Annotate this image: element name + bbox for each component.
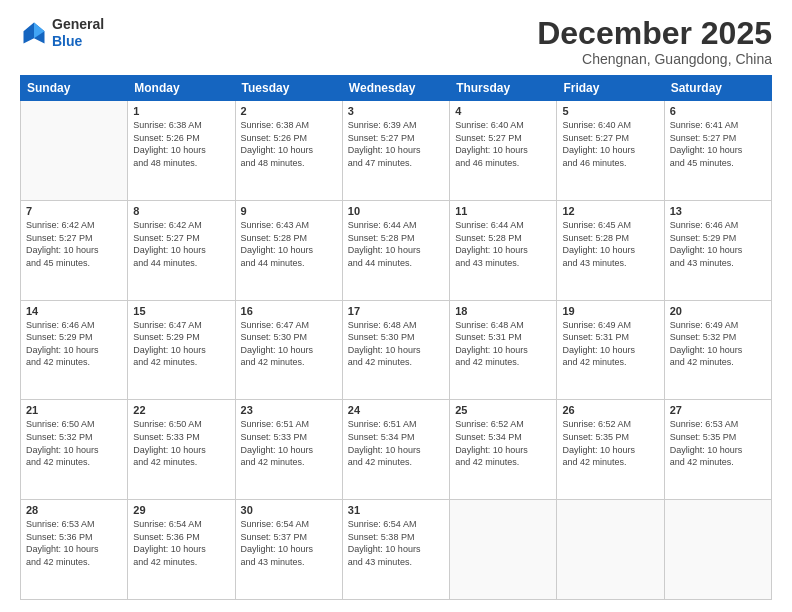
week-row-4: 21Sunrise: 6:50 AM Sunset: 5:32 PM Dayli… bbox=[21, 400, 772, 500]
day-number: 31 bbox=[348, 504, 444, 516]
header: General Blue December 2025 Chengnan, Gua… bbox=[20, 16, 772, 67]
calendar-cell bbox=[450, 500, 557, 600]
day-number: 9 bbox=[241, 205, 337, 217]
day-number: 18 bbox=[455, 305, 551, 317]
day-info: Sunrise: 6:53 AM Sunset: 5:36 PM Dayligh… bbox=[26, 518, 122, 568]
day-number: 28 bbox=[26, 504, 122, 516]
day-info: Sunrise: 6:52 AM Sunset: 5:35 PM Dayligh… bbox=[562, 418, 658, 468]
calendar-cell: 5Sunrise: 6:40 AM Sunset: 5:27 PM Daylig… bbox=[557, 101, 664, 201]
logo-icon bbox=[20, 19, 48, 47]
weekday-header-sunday: Sunday bbox=[21, 76, 128, 101]
day-number: 1 bbox=[133, 105, 229, 117]
calendar-cell: 1Sunrise: 6:38 AM Sunset: 5:26 PM Daylig… bbox=[128, 101, 235, 201]
day-number: 29 bbox=[133, 504, 229, 516]
day-info: Sunrise: 6:51 AM Sunset: 5:34 PM Dayligh… bbox=[348, 418, 444, 468]
day-number: 15 bbox=[133, 305, 229, 317]
calendar-cell: 23Sunrise: 6:51 AM Sunset: 5:33 PM Dayli… bbox=[235, 400, 342, 500]
day-info: Sunrise: 6:44 AM Sunset: 5:28 PM Dayligh… bbox=[455, 219, 551, 269]
day-info: Sunrise: 6:42 AM Sunset: 5:27 PM Dayligh… bbox=[26, 219, 122, 269]
day-info: Sunrise: 6:54 AM Sunset: 5:37 PM Dayligh… bbox=[241, 518, 337, 568]
weekday-header-tuesday: Tuesday bbox=[235, 76, 342, 101]
month-title: December 2025 bbox=[537, 16, 772, 51]
calendar-cell: 7Sunrise: 6:42 AM Sunset: 5:27 PM Daylig… bbox=[21, 200, 128, 300]
calendar-cell: 21Sunrise: 6:50 AM Sunset: 5:32 PM Dayli… bbox=[21, 400, 128, 500]
day-info: Sunrise: 6:53 AM Sunset: 5:35 PM Dayligh… bbox=[670, 418, 766, 468]
day-number: 3 bbox=[348, 105, 444, 117]
calendar-cell: 15Sunrise: 6:47 AM Sunset: 5:29 PM Dayli… bbox=[128, 300, 235, 400]
day-number: 6 bbox=[670, 105, 766, 117]
week-row-1: 1Sunrise: 6:38 AM Sunset: 5:26 PM Daylig… bbox=[21, 101, 772, 201]
day-info: Sunrise: 6:39 AM Sunset: 5:27 PM Dayligh… bbox=[348, 119, 444, 169]
day-info: Sunrise: 6:50 AM Sunset: 5:33 PM Dayligh… bbox=[133, 418, 229, 468]
calendar-cell bbox=[664, 500, 771, 600]
day-number: 10 bbox=[348, 205, 444, 217]
day-number: 11 bbox=[455, 205, 551, 217]
day-number: 2 bbox=[241, 105, 337, 117]
day-info: Sunrise: 6:38 AM Sunset: 5:26 PM Dayligh… bbox=[241, 119, 337, 169]
day-info: Sunrise: 6:38 AM Sunset: 5:26 PM Dayligh… bbox=[133, 119, 229, 169]
week-row-2: 7Sunrise: 6:42 AM Sunset: 5:27 PM Daylig… bbox=[21, 200, 772, 300]
day-info: Sunrise: 6:52 AM Sunset: 5:34 PM Dayligh… bbox=[455, 418, 551, 468]
weekday-header-monday: Monday bbox=[128, 76, 235, 101]
title-block: December 2025 Chengnan, Guangdong, China bbox=[537, 16, 772, 67]
calendar-cell: 30Sunrise: 6:54 AM Sunset: 5:37 PM Dayli… bbox=[235, 500, 342, 600]
calendar-cell bbox=[21, 101, 128, 201]
calendar-cell: 20Sunrise: 6:49 AM Sunset: 5:32 PM Dayli… bbox=[664, 300, 771, 400]
calendar-cell: 2Sunrise: 6:38 AM Sunset: 5:26 PM Daylig… bbox=[235, 101, 342, 201]
day-number: 25 bbox=[455, 404, 551, 416]
day-number: 21 bbox=[26, 404, 122, 416]
logo-blue: Blue bbox=[52, 33, 82, 49]
calendar-cell: 24Sunrise: 6:51 AM Sunset: 5:34 PM Dayli… bbox=[342, 400, 449, 500]
page: General Blue December 2025 Chengnan, Gua… bbox=[0, 0, 792, 612]
calendar-cell bbox=[557, 500, 664, 600]
day-info: Sunrise: 6:48 AM Sunset: 5:30 PM Dayligh… bbox=[348, 319, 444, 369]
day-info: Sunrise: 6:40 AM Sunset: 5:27 PM Dayligh… bbox=[455, 119, 551, 169]
weekday-header-thursday: Thursday bbox=[450, 76, 557, 101]
weekday-header-friday: Friday bbox=[557, 76, 664, 101]
calendar-cell: 14Sunrise: 6:46 AM Sunset: 5:29 PM Dayli… bbox=[21, 300, 128, 400]
day-number: 13 bbox=[670, 205, 766, 217]
day-info: Sunrise: 6:54 AM Sunset: 5:36 PM Dayligh… bbox=[133, 518, 229, 568]
location-subtitle: Chengnan, Guangdong, China bbox=[537, 51, 772, 67]
day-info: Sunrise: 6:47 AM Sunset: 5:29 PM Dayligh… bbox=[133, 319, 229, 369]
calendar-cell: 10Sunrise: 6:44 AM Sunset: 5:28 PM Dayli… bbox=[342, 200, 449, 300]
day-number: 5 bbox=[562, 105, 658, 117]
calendar-cell: 18Sunrise: 6:48 AM Sunset: 5:31 PM Dayli… bbox=[450, 300, 557, 400]
calendar-cell: 3Sunrise: 6:39 AM Sunset: 5:27 PM Daylig… bbox=[342, 101, 449, 201]
day-info: Sunrise: 6:42 AM Sunset: 5:27 PM Dayligh… bbox=[133, 219, 229, 269]
calendar-cell: 6Sunrise: 6:41 AM Sunset: 5:27 PM Daylig… bbox=[664, 101, 771, 201]
day-info: Sunrise: 6:54 AM Sunset: 5:38 PM Dayligh… bbox=[348, 518, 444, 568]
calendar-cell: 12Sunrise: 6:45 AM Sunset: 5:28 PM Dayli… bbox=[557, 200, 664, 300]
day-number: 4 bbox=[455, 105, 551, 117]
calendar-cell: 29Sunrise: 6:54 AM Sunset: 5:36 PM Dayli… bbox=[128, 500, 235, 600]
day-number: 22 bbox=[133, 404, 229, 416]
day-info: Sunrise: 6:40 AM Sunset: 5:27 PM Dayligh… bbox=[562, 119, 658, 169]
day-number: 7 bbox=[26, 205, 122, 217]
calendar-cell: 25Sunrise: 6:52 AM Sunset: 5:34 PM Dayli… bbox=[450, 400, 557, 500]
day-info: Sunrise: 6:49 AM Sunset: 5:31 PM Dayligh… bbox=[562, 319, 658, 369]
calendar-cell: 4Sunrise: 6:40 AM Sunset: 5:27 PM Daylig… bbox=[450, 101, 557, 201]
day-number: 23 bbox=[241, 404, 337, 416]
calendar-cell: 28Sunrise: 6:53 AM Sunset: 5:36 PM Dayli… bbox=[21, 500, 128, 600]
day-info: Sunrise: 6:45 AM Sunset: 5:28 PM Dayligh… bbox=[562, 219, 658, 269]
calendar-cell: 16Sunrise: 6:47 AM Sunset: 5:30 PM Dayli… bbox=[235, 300, 342, 400]
day-number: 12 bbox=[562, 205, 658, 217]
week-row-3: 14Sunrise: 6:46 AM Sunset: 5:29 PM Dayli… bbox=[21, 300, 772, 400]
calendar-cell: 9Sunrise: 6:43 AM Sunset: 5:28 PM Daylig… bbox=[235, 200, 342, 300]
calendar-cell: 11Sunrise: 6:44 AM Sunset: 5:28 PM Dayli… bbox=[450, 200, 557, 300]
day-info: Sunrise: 6:48 AM Sunset: 5:31 PM Dayligh… bbox=[455, 319, 551, 369]
day-number: 27 bbox=[670, 404, 766, 416]
day-number: 19 bbox=[562, 305, 658, 317]
calendar-cell: 13Sunrise: 6:46 AM Sunset: 5:29 PM Dayli… bbox=[664, 200, 771, 300]
day-number: 26 bbox=[562, 404, 658, 416]
logo-general: General bbox=[52, 16, 104, 32]
day-number: 16 bbox=[241, 305, 337, 317]
calendar-table: SundayMondayTuesdayWednesdayThursdayFrid… bbox=[20, 75, 772, 600]
day-number: 8 bbox=[133, 205, 229, 217]
calendar-cell: 22Sunrise: 6:50 AM Sunset: 5:33 PM Dayli… bbox=[128, 400, 235, 500]
day-info: Sunrise: 6:43 AM Sunset: 5:28 PM Dayligh… bbox=[241, 219, 337, 269]
day-number: 14 bbox=[26, 305, 122, 317]
day-info: Sunrise: 6:49 AM Sunset: 5:32 PM Dayligh… bbox=[670, 319, 766, 369]
weekday-header-row: SundayMondayTuesdayWednesdayThursdayFrid… bbox=[21, 76, 772, 101]
calendar-cell: 17Sunrise: 6:48 AM Sunset: 5:30 PM Dayli… bbox=[342, 300, 449, 400]
